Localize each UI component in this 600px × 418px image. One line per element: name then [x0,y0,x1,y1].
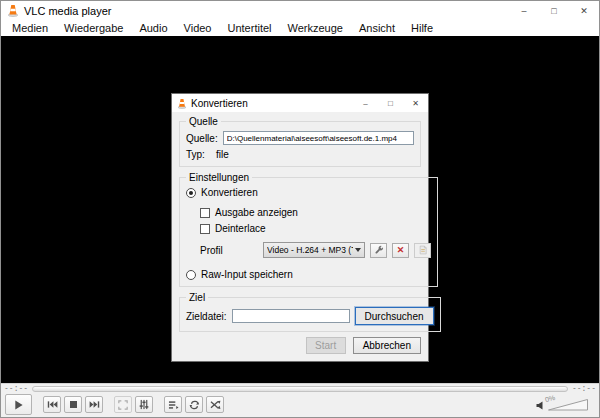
dialog-title: Konvertieren [191,98,248,109]
loop-icon [189,400,200,410]
edit-profile-button[interactable] [370,243,387,258]
profile-dropdown[interactable]: Video - H.264 + MP3 (TS) [263,242,365,258]
vlc-main-window: VLC media player – □ ✕ Medien Wiedergabe… [0,0,600,418]
dialog-titlebar: Konvertieren – □ ✕ [172,94,428,112]
menu-audio[interactable]: Audio [131,22,175,34]
destination-group-title: Ziel [186,292,208,303]
vlc-cone-icon [7,4,19,17]
profile-label: Profil [200,245,258,256]
chevron-down-icon [355,248,361,252]
menu-werkzeuge[interactable]: Werkzeuge [280,22,351,34]
menu-medien[interactable]: Medien [4,22,56,34]
source-label: Quelle: [186,133,218,144]
vlc-cone-icon [177,98,187,109]
play-icon [13,399,24,411]
menu-untertitel[interactable]: Untertitel [219,22,279,34]
dialog-maximize-button[interactable]: □ [378,94,403,112]
menu-hilfe[interactable]: Hilfe [403,22,441,34]
seek-slider[interactable] [32,386,568,392]
minimize-button[interactable]: – [509,1,539,20]
previous-button[interactable] [43,396,61,413]
random-button[interactable] [206,396,224,413]
dialog-body: Quelle Quelle: Typ: file Einstellungen K… [172,112,428,361]
convert-radio-row[interactable]: Konvertieren [186,187,431,198]
playlist-button[interactable] [164,396,182,413]
stop-button[interactable] [64,396,82,413]
fullscreen-button [114,396,132,413]
total-time: --:-- [572,385,596,393]
menu-bar: Medien Wiedergabe Audio Video Untertitel… [1,20,599,36]
destination-group: Ziel Zieldatei: Durchsuchen [179,292,441,332]
volume-control: 0% [536,398,595,411]
destination-file-input[interactable] [232,309,350,323]
settings-group-title: Einstellungen [186,172,252,183]
maximize-button[interactable]: □ [539,1,569,20]
display-output-label: Ausgabe anzeigen [215,207,298,218]
dialog-minimize-button[interactable]: – [353,94,378,112]
deinterlace-label: Deinterlace [215,223,266,234]
source-group: Quelle Quelle: Typ: file [179,116,421,167]
convert-dialog: Konvertieren – □ ✕ Quelle Quelle: Typ: f… [171,93,429,362]
convert-radio-label: Konvertieren [201,187,258,198]
equalizer-icon [139,399,149,410]
shuffle-icon [210,400,221,410]
type-value: file [216,149,229,160]
delete-profile-button[interactable]: ✕ [392,243,409,258]
seek-row: --:-- --:-- [1,384,599,394]
stop-icon [69,400,78,409]
menu-wiedergabe[interactable]: Wiedergabe [56,22,131,34]
dialog-close-button[interactable]: ✕ [403,94,428,112]
new-document-icon [418,245,428,255]
deinterlace-checkbox[interactable] [200,224,210,234]
window-controls: – □ ✕ [509,1,599,20]
dialog-action-row: Start Abbrechen [179,337,421,354]
wrench-icon [374,245,384,255]
transport-controls: 0% [1,394,599,417]
cancel-button[interactable]: Abbrechen [353,337,421,354]
destination-file-label: Zieldatei: [186,311,227,322]
settings-group: Einstellungen Konvertieren Ausgabe anzei… [179,172,438,287]
browse-button[interactable]: Durchsuchen [355,307,434,325]
new-profile-button [414,243,431,258]
raw-input-radio[interactable] [186,270,196,280]
elapsed-time: --:-- [4,385,28,393]
previous-icon [47,400,58,409]
speaker-icon[interactable] [536,401,544,410]
deinterlace-row[interactable]: Deinterlace [200,223,431,234]
source-group-title: Quelle [186,116,221,127]
display-output-row[interactable]: Ausgabe anzeigen [200,207,431,218]
dialog-window-controls: – □ ✕ [353,94,428,112]
player-control-bar: --:-- --:-- [1,383,599,417]
fullscreen-icon [118,400,128,410]
close-button[interactable]: ✕ [569,1,599,20]
window-titlebar: VLC media player – □ ✕ [1,1,599,20]
window-title: VLC media player [24,5,111,17]
raw-input-radio-row[interactable]: Raw-Input speichern [186,269,431,280]
play-button[interactable] [5,394,32,415]
raw-input-radio-label: Raw-Input speichern [201,269,293,280]
menu-video[interactable]: Video [176,22,220,34]
menu-ansicht[interactable]: Ansicht [351,22,403,34]
loop-button[interactable] [185,396,203,413]
convert-radio[interactable] [186,188,196,198]
type-label: Typ: [186,149,205,160]
playlist-icon [168,400,179,410]
profile-selected-value: Video - H.264 + MP3 (TS) [267,245,353,255]
extended-settings-button[interactable] [135,396,153,413]
display-output-checkbox[interactable] [200,208,210,218]
next-button[interactable] [85,396,103,413]
next-icon [89,400,100,409]
source-path-input[interactable] [223,131,414,145]
delete-x-icon: ✕ [397,246,405,255]
start-button: Start [306,337,346,354]
